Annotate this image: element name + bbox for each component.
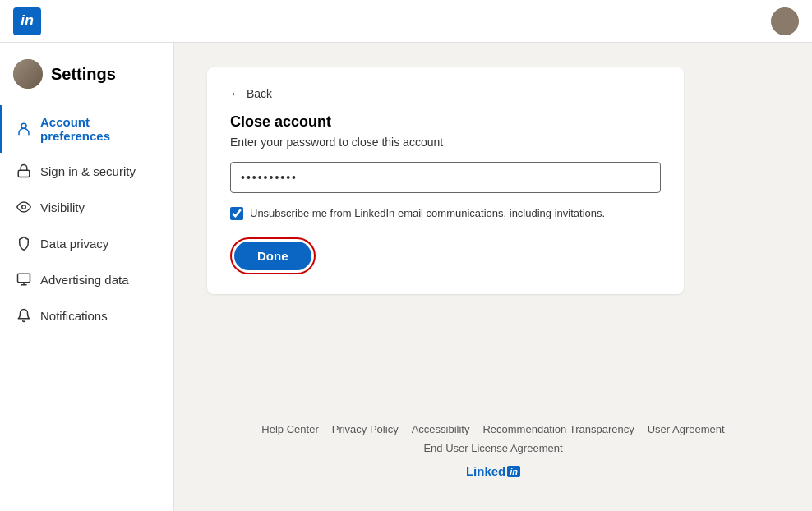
page-footer: Help Center Privacy Policy Accessibility…: [207, 398, 779, 486]
person-icon: [16, 121, 32, 137]
sidebar-item-sign-in-security[interactable]: Sign in & security: [0, 153, 173, 189]
sidebar-item-data-privacy[interactable]: Data privacy: [0, 225, 173, 261]
unsubscribe-checkbox[interactable]: [230, 207, 243, 220]
user-avatar-nav[interactable]: [771, 7, 799, 35]
page-layout: Settings Account preferences: [0, 43, 812, 511]
avatar: [771, 7, 799, 35]
footer-link-user-agreement[interactable]: User Agreement: [648, 423, 725, 435]
footer-link-eula[interactable]: End User License Agreement: [423, 442, 562, 454]
footer-link-privacy-policy[interactable]: Privacy Policy: [332, 423, 399, 435]
footer-links-row1: Help Center Privacy Policy Accessibility…: [261, 423, 724, 435]
sidebar-header: Settings: [0, 59, 173, 105]
footer-link-help-center[interactable]: Help Center: [261, 423, 318, 435]
unsubscribe-label: Unsubscribe me from LinkedIn email commu…: [250, 206, 605, 221]
card-subtitle: Enter your password to close this accoun…: [230, 136, 661, 149]
back-arrow-icon: ←: [230, 87, 242, 100]
bell-icon: [16, 307, 32, 324]
sidebar-item-label: Data privacy: [40, 237, 108, 251]
footer-link-recommendation-transparency[interactable]: Recommendation Transparency: [482, 423, 634, 435]
close-account-card: ← Back Close account Enter your password…: [207, 67, 684, 294]
sidebar-item-label: Advertising data: [40, 273, 129, 287]
footer-link-accessibility[interactable]: Accessibility: [412, 423, 470, 435]
footer-logo: Linked in: [466, 464, 520, 478]
back-link[interactable]: ← Back: [230, 87, 661, 100]
sidebar-item-advertising-data[interactable]: Advertising data: [0, 261, 173, 297]
unsubscribe-checkbox-row: Unsubscribe me from LinkedIn email commu…: [230, 206, 661, 221]
back-link-label: Back: [247, 87, 272, 100]
sidebar-nav-list: Account preferences Sign in & security: [0, 105, 173, 334]
svg-point-2: [22, 205, 26, 209]
footer-logo-badge: in: [507, 466, 520, 477]
display-icon: [16, 271, 32, 288]
main-content: ← Back Close account Enter your password…: [174, 43, 812, 511]
linkedin-logo-icon[interactable]: in: [13, 7, 41, 35]
sidebar-item-label: Sign in & security: [40, 164, 136, 178]
footer-links-row2: End User License Agreement: [423, 442, 562, 454]
card-title: Close account: [230, 113, 661, 131]
sidebar-avatar: [13, 59, 43, 89]
sidebar-item-label: Account preferences: [40, 115, 160, 143]
svg-point-0: [21, 123, 26, 128]
top-navigation: in: [0, 0, 812, 43]
sidebar-item-notifications[interactable]: Notifications: [0, 297, 173, 334]
lock-icon: [16, 163, 32, 179]
svg-rect-1: [18, 170, 30, 177]
sidebar-title: Settings: [51, 65, 116, 84]
done-button-highlight: Done: [230, 237, 316, 274]
shield-icon: [16, 235, 32, 251]
sidebar-item-visibility[interactable]: Visibility: [0, 189, 173, 225]
avatar-image: [13, 59, 43, 89]
sidebar: Settings Account preferences: [0, 43, 174, 511]
sidebar-item-account-preferences[interactable]: Account preferences: [0, 105, 173, 153]
sidebar-item-label: Notifications: [40, 309, 108, 323]
footer-logo-text: Linked: [466, 464, 505, 478]
sidebar-item-label: Visibility: [40, 200, 85, 214]
svg-rect-3: [18, 274, 30, 283]
done-button[interactable]: Done: [234, 242, 311, 270]
password-input[interactable]: [230, 162, 661, 193]
eye-icon: [16, 199, 32, 215]
